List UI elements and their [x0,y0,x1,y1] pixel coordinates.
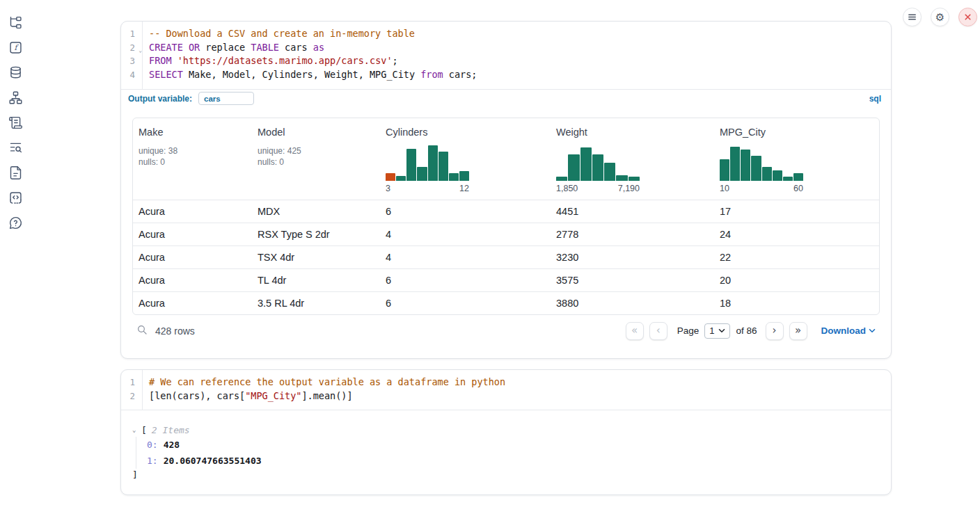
item-index: 0: [147,440,158,450]
table-cell: Acura [133,252,252,263]
help-icon[interactable] [8,215,23,230]
column-name[interactable]: Cylinders [386,127,545,138]
weight-histogram: 1,850 7,190 [556,145,640,193]
histogram-bar [459,171,469,181]
column-name[interactable]: Model [258,127,374,138]
histogram-bar [386,173,395,180]
histogram-bar [438,152,448,181]
file-tree-icon[interactable] [8,15,23,30]
code-token: -- Download a CSV and create an in-memor… [149,28,415,39]
sql-code-editor[interactable]: 1-- Download a CSV and create an in-memo… [121,22,891,89]
histogram-axis-labels: 3 12 [386,184,469,193]
histogram-bar [568,154,579,180]
histogram-bar [580,147,592,181]
line-number: 2 [121,389,142,403]
table-row[interactable]: AcuraTL 4dr6357520 [133,268,879,291]
histogram-bar [417,167,427,181]
code-line[interactable]: 2[len(cars), cars["MPG_City"].mean()] [121,389,891,403]
output-variable-row: Output variable: cars sql [121,89,891,108]
documentation-icon[interactable] [8,165,23,180]
output-variable-input[interactable]: cars [198,92,254,105]
close-icon[interactable] [958,8,977,26]
code-token: ].mean()] [301,390,352,401]
column-name[interactable]: MPG_City [720,127,874,138]
close-bracket: ] [132,469,880,480]
code-token: cars; [443,69,477,80]
code-line[interactable]: 4SELECT Make, Model, Cylinders, Weight, … [121,68,891,82]
scratchpad-icon[interactable] [8,115,23,130]
last-page-button[interactable]: » [789,322,807,340]
histogram-bar [730,147,740,180]
table-cell: 20 [714,275,879,286]
page-total: of 86 [736,325,757,336]
python-code-editor[interactable]: 1# We can reference the output variable … [121,370,891,410]
table-cell: 3880 [551,298,714,309]
code-line[interactable]: 1# We can reference the output variable … [121,376,891,389]
python-cell-output: ⌄ [ 2 Items 0: 428 1: 20.060747663551403… [121,410,891,490]
dependency-graph-icon[interactable] [8,90,23,105]
table-cell: 6 [380,206,551,217]
search-icon[interactable] [136,324,148,337]
table-cell: MDX [252,206,380,217]
tree-collapse-icon[interactable]: ⌄ [132,426,141,433]
item-value: 428 [164,440,180,450]
cylinders-histogram: 3 12 [386,145,469,193]
first-page-button[interactable]: « [626,322,644,340]
table-cell: 4 [380,229,551,240]
table-cell: TSX 4dr [252,252,380,263]
code-token: ; [393,55,398,66]
download-button[interactable]: Download [821,325,876,336]
table-row[interactable]: AcuraTSX 4dr4323022 [133,246,879,268]
table-cell: TL 4dr [252,275,380,286]
datasources-icon[interactable] [8,65,23,80]
code-token: 'https://datasets.marimo.app/cars.csv' [177,55,393,66]
histogram-bar [762,167,772,181]
table-cell: 6 [380,298,551,309]
prev-page-button[interactable]: ‹ [649,322,667,340]
table-cell: 4451 [551,206,714,217]
hamburger-menu-icon[interactable] [903,8,922,26]
chevron-down-icon [869,328,876,333]
snippets-icon[interactable] [8,190,23,205]
row-count: 428 rows [155,325,195,337]
logs-icon[interactable] [8,140,23,155]
table-row[interactable]: Acura3.5 RL 4dr6388018 [133,291,879,314]
gear-icon[interactable]: ⚙ [931,8,949,26]
page-select[interactable]: 1 [704,323,730,339]
histogram-bar [406,149,416,181]
column-name[interactable]: Weight [556,127,709,138]
table-cell: 17 [714,206,879,217]
histogram-bar [751,156,761,180]
variables-icon[interactable]: f [8,40,23,55]
code-token: CREATE [149,42,183,53]
table-header: Make unique: 38 nulls: 0 Model unique: 4… [133,118,879,200]
svg-text:f: f [14,43,19,51]
item-value: 20.060747663551403 [164,456,262,466]
code-token: [len(cars), cars[ [149,390,245,401]
sql-cell: 1-- Download a CSV and create an in-memo… [120,21,892,359]
table-row[interactable]: AcuraRSX Type S 2dr4277824 [133,223,879,246]
histogram-bar [793,173,803,180]
output-variable-label: Output variable: [128,94,192,104]
column-header-mpg-city: MPG_City 10 60 [714,118,879,200]
column-name[interactable]: Make [139,127,246,138]
pagination: « ‹ Page 1 of 86 › » Download [626,322,876,340]
column-stats: unique: 38 nulls: 0 [139,145,246,168]
code-line[interactable]: 1-- Download a CSV and create an in-memo… [121,27,891,41]
table-row[interactable]: AcuraMDX6445117 [133,200,879,223]
histogram-bar [720,159,729,181]
tree-root: ⌄ [ 2 Items [132,424,880,435]
line-number: 2⌄ [121,41,142,55]
histogram-axis-labels: 10 60 [720,184,803,193]
histogram-bar [616,175,627,181]
code-token: OR [189,42,200,53]
next-page-button[interactable]: › [766,322,784,340]
code-line[interactable]: 2⌄CREATE OR replace TABLE cars as [121,41,891,55]
code-token [172,55,177,66]
column-header-make: Make unique: 38 nulls: 0 [133,118,252,200]
code-token: # We can reference the output variable a… [149,376,505,387]
tree-items: 0: 428 1: 20.060747663551403 [136,437,880,469]
histogram-axis-labels: 1,850 7,190 [556,184,640,193]
code-line[interactable]: 3FROM 'https://datasets.marimo.app/cars.… [121,54,891,68]
table-cell: 2778 [551,229,714,240]
